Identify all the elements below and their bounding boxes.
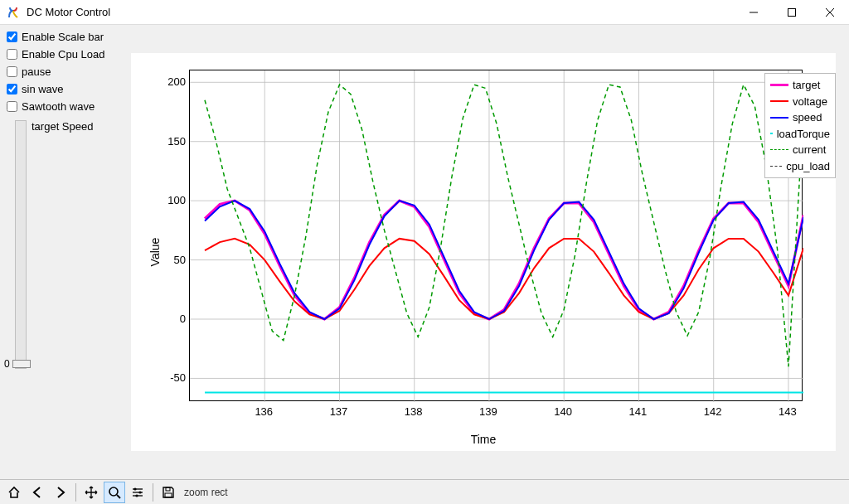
y-tick-label: 100 [156, 194, 186, 206]
home-button[interactable] [3, 482, 25, 503]
main-area: Enable Scale bar Enable Cpu Load pause s… [0, 25, 849, 479]
target-speed-slider-block: 0 target Speed [7, 120, 118, 369]
move-icon [84, 485, 99, 500]
zoom-icon [107, 485, 122, 500]
legend-label: voltage [793, 94, 827, 110]
legend-entry: cpu_load [770, 158, 830, 175]
save-button[interactable] [158, 482, 179, 503]
legend-swatch [770, 100, 788, 102]
legend-label: speed [793, 109, 822, 126]
option-pause[interactable]: pause [7, 63, 118, 80]
slider-label: target Speed [32, 120, 93, 133]
svg-rect-27 [165, 493, 172, 497]
arrow-left-icon [30, 485, 45, 500]
option-enable-scale-bar[interactable]: Enable Scale bar [7, 28, 118, 46]
subplots-button[interactable] [127, 482, 148, 503]
checkbox-enable-scale-bar[interactable] [7, 32, 17, 42]
legend-swatch [770, 149, 788, 150]
chart-frame: Value Time targetvoltagespeedloadTorquec… [131, 53, 836, 451]
window-title: DC Motor Control [27, 6, 110, 18]
sidebar: Enable Scale bar Enable Cpu Load pause s… [0, 25, 124, 479]
legend-label: loadTorque [777, 126, 830, 143]
legend-swatch [770, 117, 788, 119]
option-label: pause [22, 65, 51, 78]
legend-entry: target [770, 77, 830, 94]
window-titlebar: DC Motor Control [0, 0, 849, 25]
legend-swatch [770, 133, 773, 134]
app-icon [7, 6, 20, 19]
back-button[interactable] [27, 482, 48, 503]
svg-point-18 [109, 487, 118, 496]
matplotlib-toolbar: zoom rect [0, 479, 849, 504]
y-tick-label: 50 [156, 253, 186, 265]
y-tick-label: 150 [156, 134, 186, 147]
option-label: Enable Cpu Load [22, 48, 104, 61]
x-tick-label: 142 [704, 405, 722, 418]
arrow-right-icon [53, 485, 68, 500]
toolbar-separator [153, 483, 153, 502]
x-tick-label: 139 [479, 405, 497, 418]
svg-line-19 [117, 495, 120, 498]
checkbox-sin-wave[interactable] [7, 84, 17, 94]
zoom-button[interactable] [104, 482, 125, 503]
legend-entry: loadTorque [770, 126, 830, 143]
maximize-button[interactable] [773, 0, 811, 25]
slider-value: 0 [4, 358, 10, 370]
sliders-icon [130, 485, 145, 500]
option-label: sin wave [22, 83, 64, 95]
legend: targetvoltagespeedloadTorquecurrentcpu_l… [764, 73, 836, 178]
close-button[interactable] [811, 0, 849, 25]
svg-rect-1 [788, 8, 796, 16]
x-tick-label: 138 [405, 405, 423, 418]
svg-point-24 [138, 491, 141, 493]
legend-entry: current [770, 142, 830, 158]
checkbox-enable-cpu-load[interactable] [7, 49, 17, 60]
pan-button[interactable] [80, 482, 102, 503]
toolbar-status: zoom rect [184, 487, 228, 498]
chart-area: Value Time targetvoltagespeedloadTorquec… [124, 25, 849, 479]
legend-entry: speed [770, 109, 830, 126]
minimize-button[interactable] [735, 0, 773, 25]
legend-label: current [793, 142, 826, 158]
checkbox-pause[interactable] [7, 66, 17, 77]
option-label: Enable Scale bar [22, 31, 104, 43]
legend-entry: voltage [770, 94, 830, 110]
svg-point-23 [133, 487, 136, 490]
home-icon [7, 485, 22, 500]
slider-thumb[interactable] [12, 360, 31, 368]
legend-swatch [770, 166, 782, 167]
x-tick-label: 137 [330, 405, 348, 418]
forward-button[interactable] [50, 482, 71, 503]
plot-canvas[interactable] [189, 70, 803, 401]
x-tick-label: 140 [554, 405, 572, 418]
legend-label: cpu_load [786, 158, 830, 175]
y-tick-label: -50 [156, 371, 186, 384]
target-speed-slider[interactable]: 0 [15, 120, 27, 369]
y-tick-label: 0 [156, 313, 186, 325]
legend-label: target [793, 77, 820, 94]
minimize-icon [750, 8, 758, 17]
legend-swatch [770, 84, 788, 86]
x-tick-label: 143 [779, 405, 797, 418]
option-enable-cpu-load[interactable]: Enable Cpu Load [7, 46, 118, 63]
option-sawtooth-wave[interactable]: Sawtooth wave [7, 98, 118, 115]
close-icon [826, 8, 834, 17]
option-sin-wave[interactable]: sin wave [7, 80, 118, 98]
checkbox-sawtooth-wave[interactable] [7, 101, 17, 112]
svg-point-25 [135, 494, 138, 497]
save-icon [161, 485, 176, 500]
toolbar-separator [75, 483, 76, 502]
x-tick-label: 141 [629, 405, 648, 418]
option-label: Sawtooth wave [22, 100, 95, 113]
y-tick-label: 200 [156, 75, 186, 88]
x-tick-label: 136 [255, 405, 273, 418]
maximize-icon [788, 8, 796, 17]
x-axis-label: Time [471, 433, 497, 446]
